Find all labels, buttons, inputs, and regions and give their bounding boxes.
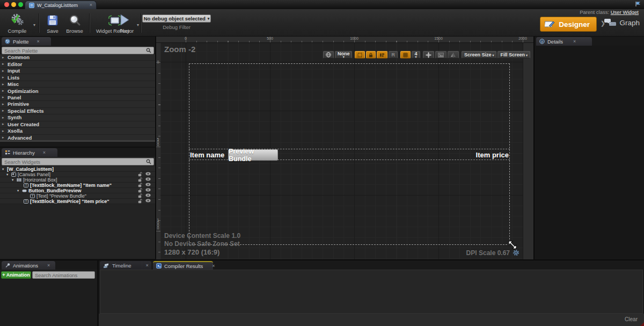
- window-minimize-button[interactable]: [11, 2, 16, 7]
- tab-details[interactable]: i Details ×: [536, 37, 592, 46]
- horizontal-box-outline[interactable]: Item name Preview Bundle Item price: [189, 149, 510, 160]
- close-icon[interactable]: ×: [146, 263, 149, 268]
- search-animations-input[interactable]: [35, 272, 106, 278]
- screen-size-dropdown[interactable]: Screen Size▾: [462, 51, 497, 59]
- lock-icon[interactable]: [138, 199, 142, 204]
- localization-preview-button[interactable]: [323, 51, 334, 59]
- respect-locks-button[interactable]: [366, 51, 376, 59]
- lock-icon[interactable]: [138, 183, 142, 187]
- expander-icon[interactable]: ▸: [2, 108, 5, 113]
- expander-icon[interactable]: ▸: [2, 115, 5, 120]
- expander-icon[interactable]: ▸: [2, 102, 5, 106]
- palette-category-primitive[interactable]: ▸Primitive: [0, 101, 155, 107]
- lock-icon[interactable]: [138, 188, 142, 193]
- play-button[interactable]: Play: [114, 12, 135, 34]
- preview-background-button[interactable]: [435, 51, 447, 59]
- tab-hierarchy[interactable]: Hierarchy ×: [2, 148, 57, 157]
- visibility-eye-icon[interactable]: [145, 199, 151, 204]
- expander-icon[interactable]: ▸: [2, 95, 5, 99]
- palette-category-misc[interactable]: ▸Misc: [0, 81, 155, 88]
- toggle-outlines-button[interactable]: [355, 51, 365, 59]
- close-icon[interactable]: ×: [573, 39, 576, 44]
- window-close-button[interactable]: [4, 2, 9, 7]
- visibility-eye-icon[interactable]: [145, 183, 151, 187]
- palette-category-user-created[interactable]: ▸User Created: [0, 121, 155, 128]
- expander-icon[interactable]: ▾: [12, 178, 15, 182]
- palette-scrollbar[interactable]: [0, 140, 155, 142]
- palette-category-panel[interactable]: ▸Panel: [0, 95, 155, 101]
- preview-bundle-button[interactable]: Preview Bundle: [228, 149, 278, 161]
- dpi-settings-gear-icon[interactable]: [513, 249, 519, 256]
- tab-animations[interactable]: Animations ×: [2, 261, 55, 270]
- save-button[interactable]: Save: [43, 12, 62, 34]
- tab-timeline[interactable]: Timeline ×: [100, 261, 151, 270]
- close-icon[interactable]: ×: [43, 150, 46, 155]
- tree-row-textblock-itemname[interactable]: T [TextBlock_ItemName] "Item name": [0, 183, 155, 188]
- transform-widget-button[interactable]: [423, 51, 434, 59]
- asset-tab[interactable]: W_CatalogListItem ×: [25, 1, 97, 9]
- compile-button[interactable]: Compile: [3, 12, 31, 34]
- expander-icon[interactable]: ▸: [2, 122, 5, 126]
- window-zoom-button[interactable]: [18, 2, 23, 7]
- tree-row-horizontal-box[interactable]: ▾ [Horizontal Box]: [0, 177, 155, 183]
- expander-icon[interactable]: ▸: [2, 55, 5, 60]
- fill-screen-dropdown[interactable]: Fill Screen▾: [497, 51, 530, 59]
- expander-icon[interactable]: ▾: [6, 172, 10, 177]
- lock-icon[interactable]: [138, 172, 142, 177]
- expander-icon[interactable]: ▸: [2, 82, 5, 86]
- expander-icon[interactable]: ▸: [2, 129, 5, 133]
- tab-palette[interactable]: Palette ×: [2, 37, 51, 46]
- close-icon[interactable]: ×: [37, 39, 40, 44]
- parent-class-link[interactable]: User Widget: [611, 9, 639, 15]
- tree-row-button-bundlepreview[interactable]: ▾ Button_BundlePreview: [0, 188, 155, 193]
- visibility-eye-icon[interactable]: [145, 172, 151, 177]
- play-options-caret-icon[interactable]: ▾: [137, 23, 139, 27]
- expander-icon[interactable]: ▾: [17, 189, 20, 193]
- expander-icon[interactable]: ▸: [2, 135, 5, 140]
- graph-mode-button[interactable]: Graph: [604, 18, 640, 27]
- snap-grid-size-dropdown[interactable]: 4▾: [412, 51, 420, 59]
- close-icon[interactable]: ×: [47, 263, 50, 268]
- add-animation-button[interactable]: + Animation: [1, 271, 31, 279]
- browse-button[interactable]: Browse: [63, 12, 86, 34]
- expander-icon[interactable]: ▸: [2, 89, 5, 93]
- debug-object-dropdown[interactable]: No debug object selected ▾: [142, 15, 211, 23]
- expander-icon[interactable]: ▸: [2, 69, 5, 73]
- close-icon[interactable]: ×: [212, 264, 215, 269]
- tab-compiler-results[interactable]: Compiler Results ×: [153, 261, 213, 270]
- clear-log-button[interactable]: Clear: [625, 316, 638, 322]
- visibility-eye-icon[interactable]: [145, 193, 151, 198]
- expander-icon[interactable]: ▸: [2, 62, 5, 66]
- lock-icon[interactable]: [138, 193, 142, 198]
- tree-row-root[interactable]: ▾ [W_CatalogListItem]: [0, 166, 155, 172]
- search-widgets-input[interactable]: [4, 159, 144, 165]
- tree-row-textblock-itemprice[interactable]: T [TextBlock_ItemPrice] "Item price": [0, 199, 155, 204]
- tree-row-text-previewbundle[interactable]: T [Text] "Preview Bundle": [0, 193, 155, 199]
- expander-icon[interactable]: ▾: [2, 167, 5, 171]
- visibility-eye-icon[interactable]: [145, 177, 151, 182]
- rotation-mode-button[interactable]: R: [389, 51, 398, 59]
- palette-category-lists[interactable]: ▸Lists: [0, 74, 155, 81]
- snap-grid-toggle-button[interactable]: [400, 51, 411, 59]
- palette-category-input[interactable]: ▸Input: [0, 68, 155, 74]
- localization-language-dropdown[interactable]: None▾: [335, 51, 353, 59]
- search-palette-input[interactable]: [4, 48, 144, 54]
- layout-guides-button[interactable]: [377, 51, 387, 59]
- palette-category-synth[interactable]: ▸Synth: [0, 114, 155, 121]
- visibility-eye-icon[interactable]: [145, 188, 151, 193]
- item-name-textblock[interactable]: Item name: [190, 149, 224, 161]
- lock-icon[interactable]: [138, 177, 142, 182]
- designer-mode-button[interactable]: Designer: [540, 17, 597, 32]
- compile-options-caret-icon[interactable]: ▾: [33, 23, 35, 27]
- expander-icon[interactable]: ▸: [2, 75, 5, 79]
- design-canvas[interactable]: Zoom -2 None▾ R 4▾ Screen Size▾ Fill Scr…: [160, 43, 533, 260]
- palette-category-common[interactable]: ▸Common: [0, 54, 155, 61]
- palette-category-editor[interactable]: ▸Editor: [0, 61, 155, 67]
- close-icon[interactable]: ×: [90, 3, 92, 8]
- palette-category-xsolla[interactable]: ▸Xsolla: [0, 128, 155, 134]
- flip-preview-button[interactable]: [448, 51, 459, 59]
- tree-row-canvas-panel[interactable]: ▾ [Canvas Panel]: [0, 172, 155, 177]
- palette-category-optimization[interactable]: ▸Optimization: [0, 88, 155, 94]
- window-resize-grip[interactable]: [640, 322, 644, 326]
- item-price-textblock[interactable]: Item price: [476, 149, 509, 161]
